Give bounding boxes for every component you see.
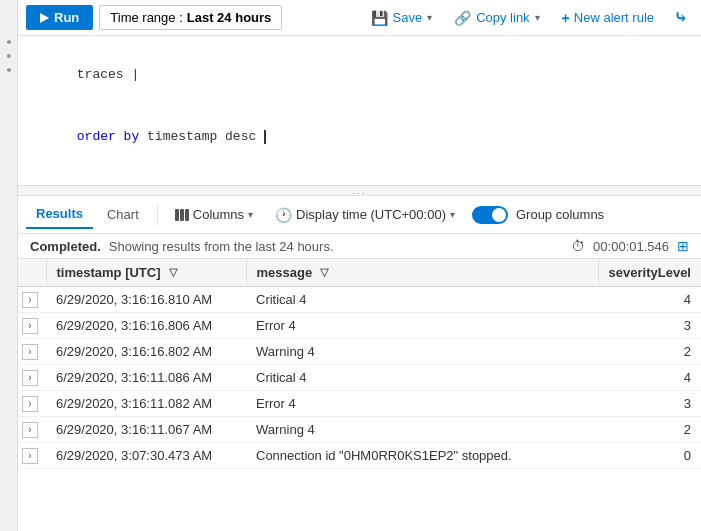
cell-severity: 2 [598,417,701,443]
cell-severity: 2 [598,339,701,365]
table-row: ›6/29/2020, 3:16:16.806 AMError 43 [18,313,701,339]
cell-timestamp: 6/29/2020, 3:07:30.473 AM [46,443,246,469]
table-row: ›6/29/2020, 3:16:11.086 AMCritical 44 [18,365,701,391]
status-right: ⏱ 00:00:01.546 ⊞ [571,238,689,254]
severity-header-label: severityLevel [609,265,691,280]
tab-chart-label: Chart [107,207,139,222]
table-row: ›6/29/2020, 3:16:16.810 AMCritical 44 [18,287,701,313]
columns-label: Columns [193,207,244,222]
query-field: timestamp desc [147,129,264,144]
cell-timestamp: 6/29/2020, 3:16:16.802 AM [46,339,246,365]
keyword-order: order by [77,129,147,144]
expand-header [18,259,46,287]
new-alert-button[interactable]: + New alert rule [554,6,662,30]
cell-severity: 0 [598,443,701,469]
cell-timestamp: 6/29/2020, 3:16:11.086 AM [46,365,246,391]
copy-link-chevron-icon: ▾ [535,12,540,23]
cell-message: Critical 4 [246,287,598,313]
tab-results-label: Results [36,206,83,221]
cell-severity: 3 [598,313,701,339]
cell-severity: 3 [598,391,701,417]
table-body: ›6/29/2020, 3:16:16.810 AMCritical 44›6/… [18,287,701,469]
tab-results[interactable]: Results [26,200,93,229]
tab-chart[interactable]: Chart [97,201,149,228]
row-expand-button[interactable]: › [22,396,38,412]
results-table-wrapper: timestamp [UTC] ▽ message ▽ severityLeve… [18,259,701,469]
results-table: timestamp [UTC] ▽ message ▽ severityLeve… [18,259,701,469]
time-range-button[interactable]: Time range : Last 24 hours [99,5,282,30]
status-completed: Completed. [30,239,101,254]
row-expand-button[interactable]: › [22,318,38,334]
download-icon[interactable]: ⊞ [677,238,689,254]
col-header-message: message ▽ [246,259,598,287]
row-expand-button[interactable]: › [22,292,38,308]
timestamp-filter-icon[interactable]: ▽ [169,266,177,279]
timer-icon: ⏱ [571,238,585,254]
message-filter-icon[interactable]: ▽ [320,266,328,279]
col-header-severity: severityLevel [598,259,701,287]
resize-dots: ... [352,185,366,196]
message-header-label: message [257,265,313,280]
tab-separator [157,205,158,225]
table-row: ›6/29/2020, 3:16:11.067 AMWarning 42 [18,417,701,443]
status-message: Showing results from the last 24 hours. [109,239,334,254]
display-time-chevron-icon: ▾ [450,209,455,220]
cell-message: Critical 4 [246,365,598,391]
table-row: ›6/29/2020, 3:16:16.802 AMWarning 42 [18,339,701,365]
time-range-value: Last 24 hours [187,10,272,25]
copy-link-icon: 🔗 [454,10,471,26]
group-columns-toggle[interactable] [472,206,508,224]
run-button[interactable]: Run [26,5,93,30]
table-row: ›6/29/2020, 3:16:11.082 AMError 43 [18,391,701,417]
status-bar: Completed. Showing results from the last… [18,234,701,259]
timestamp-header-label: timestamp [UTC] [57,265,161,280]
query-text-1: traces | [77,67,139,82]
toolbar: Run Time range : Last 24 hours 💾 Save ▾ … [18,0,701,36]
resize-handle[interactable]: ... [18,186,701,196]
cell-message: Warning 4 [246,417,598,443]
cell-timestamp: 6/29/2020, 3:16:16.806 AM [46,313,246,339]
query-line-1: traces | [30,44,689,106]
save-button[interactable]: 💾 Save ▾ [363,6,441,30]
run-label: Run [54,10,79,25]
save-label: Save [393,10,423,25]
text-cursor [264,130,266,144]
table-row: ›6/29/2020, 3:07:30.473 AMConnection id … [18,443,701,469]
clock-icon: 🕐 [275,207,292,223]
copy-link-button[interactable]: 🔗 Copy link ▾ [446,6,547,30]
sidebar-dot [7,54,11,58]
cell-message: Connection id "0HM0RR0KS1EP2" stopped. [246,443,598,469]
cell-severity: 4 [598,365,701,391]
row-expand-button[interactable]: › [22,344,38,360]
columns-icon [175,209,189,221]
cell-message: Error 4 [246,313,598,339]
columns-button[interactable]: Columns ▾ [166,202,262,227]
display-time-button[interactable]: 🕐 Display time (UTC+00:00) ▾ [266,202,464,228]
time-range-label: Time range : [110,10,183,25]
duration: 00:00:01.546 [593,239,669,254]
export-button[interactable]: ⤷ [668,4,693,31]
col-header-timestamp: timestamp [UTC] ▽ [46,259,246,287]
sidebar-dot [7,68,11,72]
row-expand-button[interactable]: › [22,448,38,464]
plus-icon: + [562,10,570,26]
query-line-2: order by timestamp desc [30,106,689,168]
main-content: Run Time range : Last 24 hours 💾 Save ▾ … [18,0,701,469]
play-icon [40,13,49,23]
save-icon: 💾 [371,10,388,26]
display-time-label: Display time (UTC+00:00) [296,207,446,222]
copy-link-label: Copy link [476,10,529,25]
sidebar-left [0,0,18,469]
cell-timestamp: 6/29/2020, 3:16:11.067 AM [46,417,246,443]
cell-severity: 4 [598,287,701,313]
export-icon: ⤷ [674,8,687,27]
columns-chevron-icon: ▾ [248,209,253,220]
cell-timestamp: 6/29/2020, 3:16:11.082 AM [46,391,246,417]
query-editor[interactable]: traces | order by timestamp desc [18,36,701,186]
sidebar-dot [7,40,11,44]
row-expand-button[interactable]: › [22,370,38,386]
cell-timestamp: 6/29/2020, 3:16:16.810 AM [46,287,246,313]
row-expand-button[interactable]: › [22,422,38,438]
table-header-row: timestamp [UTC] ▽ message ▽ severityLeve… [18,259,701,287]
cell-message: Error 4 [246,391,598,417]
